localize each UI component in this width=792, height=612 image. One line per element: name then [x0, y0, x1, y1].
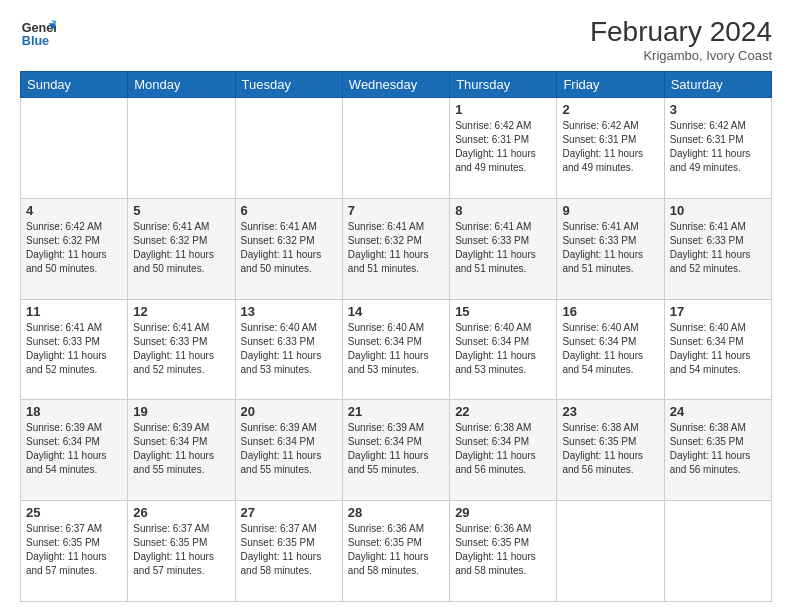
table-row [128, 98, 235, 199]
table-row [21, 98, 128, 199]
table-row: 18Sunrise: 6:39 AM Sunset: 6:34 PM Dayli… [21, 400, 128, 501]
day-number: 23 [562, 404, 658, 419]
day-info: Sunrise: 6:36 AM Sunset: 6:35 PM Dayligh… [348, 522, 444, 578]
day-info: Sunrise: 6:41 AM Sunset: 6:33 PM Dayligh… [455, 220, 551, 276]
day-number: 2 [562, 102, 658, 117]
table-row: 8Sunrise: 6:41 AM Sunset: 6:33 PM Daylig… [450, 198, 557, 299]
day-number: 20 [241, 404, 337, 419]
table-row: 14Sunrise: 6:40 AM Sunset: 6:34 PM Dayli… [342, 299, 449, 400]
table-row: 21Sunrise: 6:39 AM Sunset: 6:34 PM Dayli… [342, 400, 449, 501]
day-number: 13 [241, 304, 337, 319]
day-number: 10 [670, 203, 766, 218]
header: General Blue February 2024 Krigambo, Ivo… [20, 16, 772, 63]
calendar-table: Sunday Monday Tuesday Wednesday Thursday… [20, 71, 772, 602]
day-info: Sunrise: 6:42 AM Sunset: 6:31 PM Dayligh… [455, 119, 551, 175]
day-number: 28 [348, 505, 444, 520]
table-row [235, 98, 342, 199]
day-info: Sunrise: 6:41 AM Sunset: 6:33 PM Dayligh… [562, 220, 658, 276]
table-row [664, 501, 771, 602]
day-number: 18 [26, 404, 122, 419]
day-number: 5 [133, 203, 229, 218]
col-saturday: Saturday [664, 72, 771, 98]
table-row: 11Sunrise: 6:41 AM Sunset: 6:33 PM Dayli… [21, 299, 128, 400]
day-number: 12 [133, 304, 229, 319]
table-row: 10Sunrise: 6:41 AM Sunset: 6:33 PM Dayli… [664, 198, 771, 299]
day-number: 4 [26, 203, 122, 218]
day-info: Sunrise: 6:38 AM Sunset: 6:35 PM Dayligh… [670, 421, 766, 477]
table-row: 13Sunrise: 6:40 AM Sunset: 6:33 PM Dayli… [235, 299, 342, 400]
day-info: Sunrise: 6:39 AM Sunset: 6:34 PM Dayligh… [348, 421, 444, 477]
table-row [342, 98, 449, 199]
day-info: Sunrise: 6:40 AM Sunset: 6:34 PM Dayligh… [348, 321, 444, 377]
day-number: 25 [26, 505, 122, 520]
table-row [557, 501, 664, 602]
table-row: 17Sunrise: 6:40 AM Sunset: 6:34 PM Dayli… [664, 299, 771, 400]
day-number: 6 [241, 203, 337, 218]
day-info: Sunrise: 6:40 AM Sunset: 6:33 PM Dayligh… [241, 321, 337, 377]
day-info: Sunrise: 6:40 AM Sunset: 6:34 PM Dayligh… [670, 321, 766, 377]
day-number: 3 [670, 102, 766, 117]
day-info: Sunrise: 6:40 AM Sunset: 6:34 PM Dayligh… [562, 321, 658, 377]
day-info: Sunrise: 6:41 AM Sunset: 6:33 PM Dayligh… [26, 321, 122, 377]
svg-text:Blue: Blue [22, 34, 49, 48]
header-row: Sunday Monday Tuesday Wednesday Thursday… [21, 72, 772, 98]
table-row: 7Sunrise: 6:41 AM Sunset: 6:32 PM Daylig… [342, 198, 449, 299]
day-number: 19 [133, 404, 229, 419]
table-row: 4Sunrise: 6:42 AM Sunset: 6:32 PM Daylig… [21, 198, 128, 299]
table-row: 23Sunrise: 6:38 AM Sunset: 6:35 PM Dayli… [557, 400, 664, 501]
day-info: Sunrise: 6:36 AM Sunset: 6:35 PM Dayligh… [455, 522, 551, 578]
table-row: 27Sunrise: 6:37 AM Sunset: 6:35 PM Dayli… [235, 501, 342, 602]
table-row: 26Sunrise: 6:37 AM Sunset: 6:35 PM Dayli… [128, 501, 235, 602]
day-info: Sunrise: 6:37 AM Sunset: 6:35 PM Dayligh… [133, 522, 229, 578]
table-row: 6Sunrise: 6:41 AM Sunset: 6:32 PM Daylig… [235, 198, 342, 299]
day-info: Sunrise: 6:41 AM Sunset: 6:32 PM Dayligh… [133, 220, 229, 276]
day-info: Sunrise: 6:38 AM Sunset: 6:35 PM Dayligh… [562, 421, 658, 477]
table-row: 12Sunrise: 6:41 AM Sunset: 6:33 PM Dayli… [128, 299, 235, 400]
week-row-5: 25Sunrise: 6:37 AM Sunset: 6:35 PM Dayli… [21, 501, 772, 602]
col-monday: Monday [128, 72, 235, 98]
logo: General Blue [20, 16, 56, 52]
table-row: 28Sunrise: 6:36 AM Sunset: 6:35 PM Dayli… [342, 501, 449, 602]
day-number: 24 [670, 404, 766, 419]
table-row: 25Sunrise: 6:37 AM Sunset: 6:35 PM Dayli… [21, 501, 128, 602]
table-row: 19Sunrise: 6:39 AM Sunset: 6:34 PM Dayli… [128, 400, 235, 501]
day-info: Sunrise: 6:37 AM Sunset: 6:35 PM Dayligh… [26, 522, 122, 578]
table-row: 24Sunrise: 6:38 AM Sunset: 6:35 PM Dayli… [664, 400, 771, 501]
day-number: 16 [562, 304, 658, 319]
table-row: 20Sunrise: 6:39 AM Sunset: 6:34 PM Dayli… [235, 400, 342, 501]
day-info: Sunrise: 6:42 AM Sunset: 6:31 PM Dayligh… [670, 119, 766, 175]
table-row: 16Sunrise: 6:40 AM Sunset: 6:34 PM Dayli… [557, 299, 664, 400]
col-tuesday: Tuesday [235, 72, 342, 98]
day-info: Sunrise: 6:40 AM Sunset: 6:34 PM Dayligh… [455, 321, 551, 377]
week-row-3: 11Sunrise: 6:41 AM Sunset: 6:33 PM Dayli… [21, 299, 772, 400]
day-info: Sunrise: 6:37 AM Sunset: 6:35 PM Dayligh… [241, 522, 337, 578]
col-thursday: Thursday [450, 72, 557, 98]
day-info: Sunrise: 6:41 AM Sunset: 6:32 PM Dayligh… [348, 220, 444, 276]
day-info: Sunrise: 6:39 AM Sunset: 6:34 PM Dayligh… [133, 421, 229, 477]
day-info: Sunrise: 6:41 AM Sunset: 6:32 PM Dayligh… [241, 220, 337, 276]
table-row: 3Sunrise: 6:42 AM Sunset: 6:31 PM Daylig… [664, 98, 771, 199]
day-number: 15 [455, 304, 551, 319]
day-number: 14 [348, 304, 444, 319]
day-number: 8 [455, 203, 551, 218]
day-info: Sunrise: 6:38 AM Sunset: 6:34 PM Dayligh… [455, 421, 551, 477]
day-number: 22 [455, 404, 551, 419]
day-info: Sunrise: 6:39 AM Sunset: 6:34 PM Dayligh… [241, 421, 337, 477]
day-info: Sunrise: 6:39 AM Sunset: 6:34 PM Dayligh… [26, 421, 122, 477]
day-info: Sunrise: 6:42 AM Sunset: 6:32 PM Dayligh… [26, 220, 122, 276]
location: Krigambo, Ivory Coast [590, 48, 772, 63]
table-row: 5Sunrise: 6:41 AM Sunset: 6:32 PM Daylig… [128, 198, 235, 299]
day-number: 11 [26, 304, 122, 319]
day-number: 26 [133, 505, 229, 520]
table-row: 9Sunrise: 6:41 AM Sunset: 6:33 PM Daylig… [557, 198, 664, 299]
day-info: Sunrise: 6:41 AM Sunset: 6:33 PM Dayligh… [133, 321, 229, 377]
week-row-1: 1Sunrise: 6:42 AM Sunset: 6:31 PM Daylig… [21, 98, 772, 199]
day-number: 1 [455, 102, 551, 117]
table-row: 29Sunrise: 6:36 AM Sunset: 6:35 PM Dayli… [450, 501, 557, 602]
logo-icon: General Blue [20, 16, 56, 52]
col-sunday: Sunday [21, 72, 128, 98]
title-block: February 2024 Krigambo, Ivory Coast [590, 16, 772, 63]
day-number: 21 [348, 404, 444, 419]
day-info: Sunrise: 6:41 AM Sunset: 6:33 PM Dayligh… [670, 220, 766, 276]
day-number: 7 [348, 203, 444, 218]
